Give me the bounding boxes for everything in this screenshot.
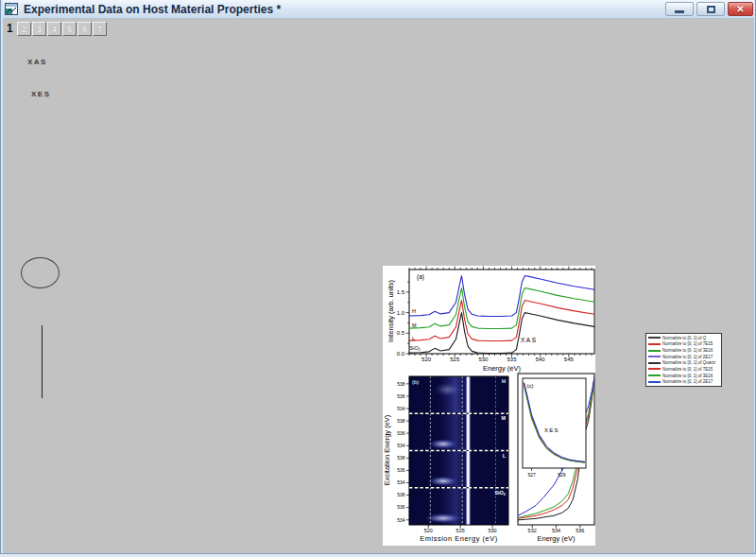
xas-xtick-label: 520 <box>421 357 432 362</box>
excitation-ytick-label: 534 <box>397 517 405 523</box>
heatmap-blob <box>428 439 458 449</box>
heatmap-band-core <box>467 376 469 413</box>
xes-text-object[interactable]: XES <box>31 90 51 98</box>
page-tab-2[interactable]: 2 <box>17 22 31 36</box>
heatmap-blob <box>428 476 458 486</box>
app-window: Experimental Data on Host Material Prope… <box>0 0 756 557</box>
excitation-ytick-label: 536 <box>397 467 405 473</box>
graph-page-canvas[interactable]: XAS XES 5205255305355405450.00.51.01.5(a… <box>0 40 756 557</box>
legend-line-swatch <box>648 368 661 370</box>
excitation-ytick-label: 534 <box>397 443 405 448</box>
xas-ytick-label: 1.0 <box>397 310 405 316</box>
legend-entry-label: Normalize to [0, 1] of 7E15 <box>662 367 713 372</box>
heatmap-band-core <box>467 413 469 450</box>
graph-window-icon <box>5 3 18 15</box>
page-tab-4[interactable]: 4 <box>47 22 61 36</box>
legend-entry-label: Normalize to [0, 1] of 3E16 <box>662 374 713 378</box>
window-border-left <box>0 0 3 557</box>
series-label-M: M <box>412 322 417 328</box>
spectra-figure[interactable]: 5205255305355405450.00.51.01.5(a)XASSiO2… <box>383 266 595 546</box>
heatmap-blob <box>434 382 462 397</box>
titlebar[interactable]: Experimental Data on Host Material Prope… <box>0 0 756 19</box>
page-tab-row: 1 234567 <box>0 19 756 40</box>
legend-entry-label: Normalize to [0, 1] of Q <box>662 336 706 340</box>
legend-entry: Normalize to [0, 1] of 2E17 <box>648 354 719 359</box>
heatmap-panel-label-H: H <box>502 378 506 384</box>
window-border-bottom[interactable] <box>0 553 756 557</box>
heatmap-band-core <box>467 451 469 488</box>
legend-line-swatch <box>648 350 661 352</box>
heatmap-band-core <box>467 488 469 525</box>
figure-legend[interactable]: Normalize to [0, 1] of QNormalize to [0,… <box>645 333 722 387</box>
window-title: Experimental Data on Host Material Prope… <box>24 3 281 16</box>
legend-entry-label: Normalize to [0, 1] of 2E17 <box>662 355 713 359</box>
figure-svg: 5205255305355405450.00.51.01.5(a)XASSiO2… <box>383 266 595 546</box>
xes-xtick-label: 532 <box>528 528 537 533</box>
window-controls: ✕ <box>665 2 753 16</box>
xas-ylabel: Intensity (arb. units) <box>387 280 395 342</box>
excitation-ytick-label: 538 <box>397 455 405 461</box>
legend-line-swatch <box>648 343 661 345</box>
xas-xtick-label: 525 <box>450 357 460 362</box>
panel-b-label: (b) <box>412 379 419 385</box>
legend-entry: Normalize to [0, 1] of 3E16 <box>648 373 719 378</box>
excitation-ytick-label: 536 <box>397 393 405 399</box>
page-tab-5[interactable]: 5 <box>62 22 77 36</box>
xas-xtick-label: 535 <box>507 357 518 362</box>
page-tab-3[interactable]: 3 <box>32 22 46 36</box>
heatmap-ylabel: Excitation Energy (eV) <box>383 414 391 485</box>
maximize-button[interactable] <box>696 2 725 16</box>
excitation-ytick-label: 538 <box>397 492 405 497</box>
xes-xtick-label: 536 <box>576 528 584 533</box>
vertical-line-drawing-object[interactable] <box>42 325 43 398</box>
emission-xtick-label: 530 <box>488 528 496 533</box>
legend-entry-label: Normalize to [0, 1] of Quartz <box>662 360 715 365</box>
legend-entry: Normalize to [0, 1] of Q <box>648 335 719 340</box>
xas-xlabel: Energy (eV) <box>483 364 522 373</box>
heatmap-panel-label-M: M <box>501 415 506 421</box>
xas-ytick-label: 0.0 <box>397 351 405 357</box>
excitation-ytick-label: 538 <box>397 381 405 387</box>
panel-c-label: (c) <box>527 383 534 389</box>
excitation-ytick-label: 534 <box>397 479 405 485</box>
legend-entry-label: Normalize to [0, 1] of 3E16 <box>662 348 713 353</box>
minimize-button[interactable] <box>665 2 694 16</box>
legend-line-swatch <box>648 337 661 339</box>
xas-xtick-label: 530 <box>478 357 489 362</box>
minimize-icon <box>675 10 684 13</box>
legend-entry: Normalize to [0, 1] of 7E15 <box>648 366 719 372</box>
heatmap-blob <box>424 513 462 524</box>
close-button[interactable]: ✕ <box>728 2 753 16</box>
page-tab-7[interactable]: 7 <box>93 22 107 36</box>
xas-annotation: XAS <box>521 337 538 343</box>
xas-xtick-label: 545 <box>564 357 575 362</box>
legend-line-swatch <box>648 362 661 364</box>
page-tab-6[interactable]: 6 <box>77 22 92 36</box>
maximize-icon <box>707 6 715 13</box>
excitation-ytick-label: 536 <box>397 430 405 436</box>
legend-line-swatch <box>648 374 661 376</box>
heatmap-xlabel: Emission Energy (eV) <box>420 534 498 543</box>
close-icon: ✕ <box>736 5 744 14</box>
ellipse-drawing-object[interactable] <box>21 257 60 288</box>
xas-ytick-label: 1.5 <box>397 289 405 295</box>
xes-inset-xtick-label: 529 <box>558 472 566 478</box>
xes-xlabel: Energy (eV) <box>537 534 576 543</box>
xes-xtick-label: 534 <box>552 528 560 533</box>
legend-entry: Normalize to [0, 1] of Quartz <box>648 360 719 366</box>
page-tab-1-active[interactable]: 1 <box>7 22 13 35</box>
excitation-ytick-label: 536 <box>397 504 405 510</box>
xas-text-object[interactable]: XAS <box>27 58 47 66</box>
series-label-L: L <box>412 336 415 341</box>
xas-xtick-label: 540 <box>536 357 546 362</box>
legend-entry-label: Normalize to [0, 1] of 7E15 <box>662 341 713 346</box>
xes-annotation: XES <box>544 427 559 433</box>
legend-entry: Normalize to [0, 1] of 3E16 <box>648 348 719 354</box>
panel-a-label: (a) <box>417 273 424 281</box>
legend-line-swatch <box>648 356 661 357</box>
excitation-ytick-label: 538 <box>397 418 405 424</box>
legend-entry-label: Normalize to [0, 1] of 2E17 <box>662 379 713 384</box>
emission-xtick-label: 520 <box>424 528 433 533</box>
excitation-ytick-label: 534 <box>397 406 405 411</box>
xas-ytick-label: 0.5 <box>397 330 405 336</box>
